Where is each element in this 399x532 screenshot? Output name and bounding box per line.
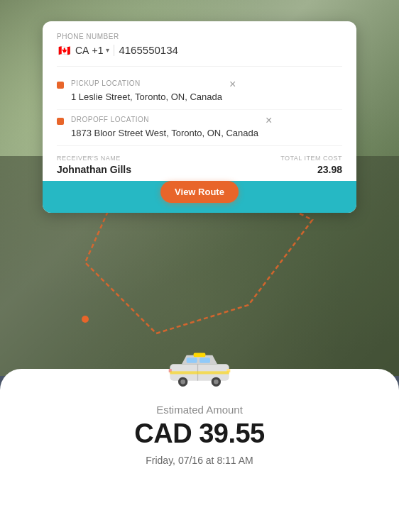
pickup-label: Pickup Location bbox=[71, 79, 222, 87]
bottom-section: Estimated Amount CAD 39.55 Friday, 07/16… bbox=[0, 369, 399, 532]
dropoff-dot bbox=[57, 118, 64, 125]
view-route-button[interactable]: View Route bbox=[160, 181, 239, 203]
estimated-time: Friday, 07/16 at 8:11 AM bbox=[146, 455, 253, 466]
svg-rect-4 bbox=[187, 358, 197, 363]
receiver-label: RECEIVER'S NAME bbox=[57, 155, 131, 162]
cost-label: TOTAL ITEM COST bbox=[280, 155, 342, 162]
dropoff-value: 1873 Bloor Street West, Toronto, ON, Can… bbox=[71, 127, 258, 140]
receiver-name: Johnathan Gills bbox=[57, 164, 131, 175]
estimated-amount: CAD 39.55 bbox=[134, 419, 264, 449]
cost-value: 23.98 bbox=[280, 164, 342, 175]
taxi-icon bbox=[164, 348, 235, 389]
receiver-cost-row: RECEIVER'S NAME Johnathan Gills TOTAL IT… bbox=[57, 145, 342, 181]
pickup-clear-button[interactable]: × bbox=[229, 78, 236, 91]
svg-point-9 bbox=[214, 379, 219, 384]
svg-rect-5 bbox=[200, 358, 210, 363]
svg-rect-3 bbox=[194, 353, 206, 358]
country-code: CA bbox=[75, 45, 89, 56]
estimated-label: Estimated Amount bbox=[156, 404, 243, 416]
chevron-down-icon: ▾ bbox=[106, 46, 109, 54]
phone-label: Phone Number bbox=[57, 33, 342, 40]
svg-point-7 bbox=[180, 379, 185, 384]
location-section: Pickup Location 1 Leslie Street, Toronto… bbox=[57, 66, 342, 145]
country-dial: +1 bbox=[92, 45, 103, 56]
dropoff-label: Dropoff Location bbox=[71, 116, 258, 123]
pickup-dot bbox=[57, 82, 64, 89]
flag-icon: 🇨🇦 bbox=[57, 45, 71, 55]
dropoff-clear-button[interactable]: × bbox=[266, 114, 272, 127]
svg-rect-13 bbox=[170, 371, 229, 374]
pickup-row: Pickup Location 1 Leslie Street, Toronto… bbox=[57, 74, 342, 109]
divider bbox=[114, 45, 114, 56]
dropoff-row: Dropoff Location 1873 Bloor Street West,… bbox=[57, 109, 342, 145]
svg-point-1 bbox=[82, 316, 89, 323]
phone-number: 4165550134 bbox=[119, 44, 177, 56]
pickup-value: 1 Leslie Street, Toronto, ON, Canada bbox=[71, 91, 222, 104]
country-select[interactable]: CA +1 ▾ bbox=[75, 45, 109, 56]
phone-section: Phone Number 🇨🇦 CA +1 ▾ 4165550134 bbox=[57, 33, 342, 56]
